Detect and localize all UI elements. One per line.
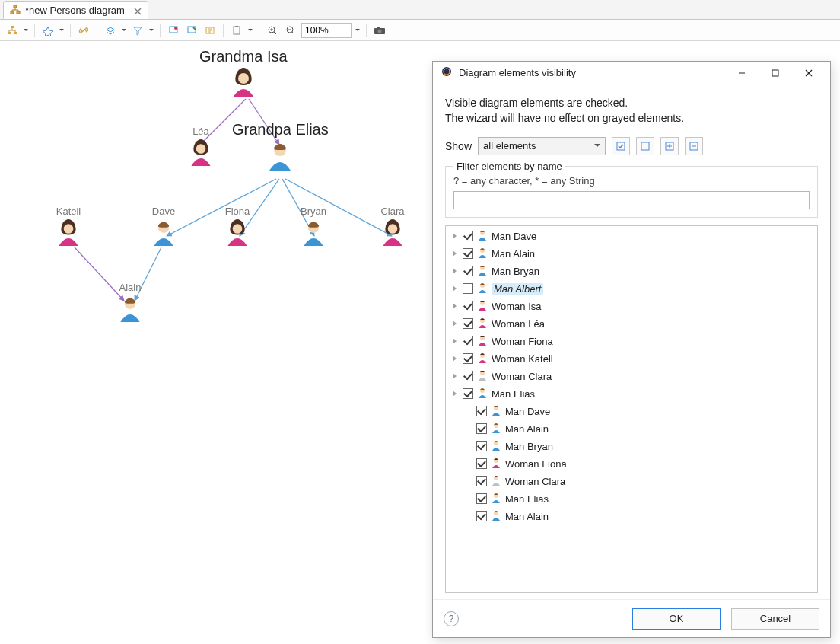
man-icon — [476, 264, 488, 279]
pin-icon[interactable] — [166, 23, 181, 38]
tree-row[interactable]: Man Albert — [446, 280, 817, 298]
node-grandma-isa[interactable]: Grandma Isa — [199, 48, 288, 97]
chevron-down-icon[interactable] — [121, 29, 127, 32]
dialog-hint-2: The wizard will have no effect on grayed… — [445, 110, 818, 126]
uncheck-all-button[interactable] — [636, 137, 654, 155]
expander-icon[interactable] — [450, 336, 460, 346]
node-alain[interactable]: Alain — [116, 282, 144, 322]
node-katell[interactable]: Katell — [55, 206, 82, 246]
tree-row[interactable]: Man Elias — [446, 490, 817, 508]
tree-row[interactable]: Woman Isa — [446, 298, 817, 315]
ok-button[interactable]: OK — [632, 608, 721, 630]
checkbox[interactable] — [463, 283, 473, 294]
tree-label: Woman Fiona — [505, 458, 567, 470]
show-dropdown[interactable]: all elements — [478, 137, 606, 155]
tree-label: Man Alain — [492, 248, 535, 260]
link-icon[interactable] — [76, 23, 91, 38]
checkbox[interactable] — [476, 493, 487, 504]
cancel-button[interactable]: Cancel — [731, 608, 819, 630]
node-dave[interactable]: Dave — [150, 206, 177, 246]
zoom-field[interactable] — [301, 23, 352, 38]
tree-row[interactable]: Woman Fiona — [446, 455, 817, 473]
select-icon[interactable] — [40, 23, 56, 38]
checkbox[interactable] — [463, 231, 473, 241]
tree-label: Man Dave — [492, 231, 536, 242]
chevron-down-icon[interactable] — [355, 29, 361, 32]
close-button[interactable] — [792, 62, 826, 84]
node-fiona[interactable]: Fiona — [224, 206, 251, 246]
tree-row[interactable]: Man Elias — [446, 385, 817, 403]
dialog-titlebar[interactable]: Diagram elements visibility — [433, 62, 830, 84]
expander-icon[interactable] — [450, 371, 460, 381]
expander-icon[interactable] — [450, 354, 460, 363]
tree-layout-icon[interactable] — [5, 23, 20, 38]
node-grandpa-elias[interactable]: Grandpa Elias — [232, 121, 329, 171]
layers-icon[interactable] — [103, 23, 118, 38]
svg-point-9 — [174, 27, 177, 30]
check-all-button[interactable] — [612, 137, 630, 155]
tab-persons-diagram[interactable]: *new Persons diagram — [3, 1, 148, 19]
expander-icon[interactable] — [450, 231, 460, 241]
tree-row[interactable]: Man Alain — [446, 420, 817, 438]
expander-icon[interactable] — [450, 284, 460, 293]
svg-rect-6 — [8, 32, 11, 34]
expander-icon[interactable] — [450, 301, 460, 311]
chevron-down-icon[interactable] — [148, 29, 154, 32]
tree-row[interactable]: Woman Fiona — [446, 333, 817, 350]
filter-icon[interactable] — [130, 23, 145, 38]
tree-label: Woman Léa — [492, 318, 545, 330]
chevron-down-icon[interactable] — [247, 29, 253, 32]
tree-row[interactable]: Man Alain — [446, 508, 817, 525]
tree-row[interactable]: Woman Clara — [446, 473, 817, 490]
tree-row[interactable]: Woman Léa — [446, 315, 817, 333]
minimize-button[interactable] — [725, 62, 759, 84]
chevron-down-icon[interactable] — [23, 29, 29, 32]
help-icon[interactable]: ? — [444, 611, 459, 626]
checkbox[interactable] — [476, 458, 487, 469]
tree-row[interactable]: Woman Clara — [446, 368, 817, 385]
tree-row[interactable]: Man Bryan — [446, 263, 817, 280]
checkbox[interactable] — [476, 441, 487, 451]
node-clara[interactable]: Clara — [379, 206, 406, 246]
node-label: Bryan — [300, 206, 327, 217]
camera-icon[interactable] — [372, 23, 387, 38]
filter-input[interactable] — [453, 191, 810, 209]
tree-label: Man Alain — [505, 511, 549, 522]
collapse-all-button[interactable] — [685, 137, 703, 155]
checkbox[interactable] — [476, 476, 487, 486]
checkbox[interactable] — [476, 406, 487, 416]
checkbox[interactable] — [476, 511, 487, 521]
checkbox[interactable] — [463, 353, 473, 364]
tree-row[interactable]: Woman Katell — [446, 350, 817, 368]
expander-icon[interactable] — [450, 389, 460, 398]
checkbox[interactable] — [463, 336, 473, 346]
checkbox[interactable] — [463, 318, 473, 329]
checkbox[interactable] — [476, 423, 487, 434]
tree-row[interactable]: Man Bryan — [446, 438, 817, 455]
expander-icon[interactable] — [450, 249, 460, 258]
filter-hint: ? = any character, * = any String — [453, 175, 810, 187]
checkbox[interactable] — [463, 371, 473, 381]
checkbox[interactable] — [463, 266, 473, 276]
zoom-out-icon[interactable] — [283, 23, 298, 38]
expander-icon[interactable] — [450, 319, 460, 328]
tree-row[interactable]: Man Dave — [446, 228, 817, 245]
elements-tree[interactable]: Man DaveMan AlainMan BryanMan AlbertWoma… — [445, 225, 818, 593]
node-lea[interactable]: Léa — [187, 126, 215, 166]
close-icon[interactable] — [134, 6, 142, 14]
woman-icon — [476, 334, 488, 349]
checkbox[interactable] — [463, 388, 473, 399]
expander-icon[interactable] — [450, 266, 460, 276]
visibility-icon[interactable] — [202, 23, 218, 38]
chevron-down-icon[interactable] — [59, 29, 65, 32]
paste-icon[interactable] — [229, 23, 244, 38]
checkbox[interactable] — [463, 248, 473, 259]
pin2-icon[interactable] — [184, 23, 199, 38]
zoom-in-icon[interactable] — [265, 23, 280, 38]
maximize-button[interactable] — [759, 62, 792, 84]
checkbox[interactable] — [463, 301, 473, 311]
tree-row[interactable]: Man Alain — [446, 245, 817, 263]
node-bryan[interactable]: Bryan — [300, 206, 327, 246]
expand-all-button[interactable] — [660, 137, 679, 155]
tree-row[interactable]: Man Dave — [446, 403, 817, 420]
